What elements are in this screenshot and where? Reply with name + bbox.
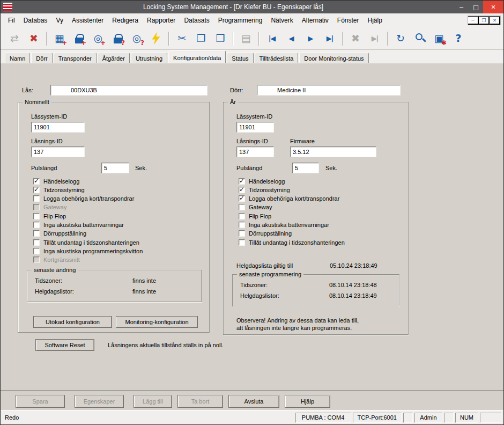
close-button[interactable]: ✕	[483, 1, 503, 13]
menu-assistenter[interactable]: Assistenter	[68, 14, 108, 26]
new-lock-button[interactable]: +	[69, 30, 88, 48]
firmware-input[interactable]	[290, 146, 376, 157]
tab-tilltradeslista[interactable]: Tillträdeslista	[255, 53, 299, 63]
menu-fonster[interactable]: Fönster	[333, 14, 364, 26]
sync-button[interactable]: ⇄	[5, 30, 24, 48]
actual-checkbox-logga-obehoriga[interactable]: Logga obehöriga kort/transpondrar	[239, 195, 345, 202]
add-button[interactable]: Lägg till	[134, 395, 172, 408]
paste-icon: ❒	[216, 33, 225, 43]
actual-checkbox-handelselogg[interactable]: Händelselogg	[239, 178, 345, 185]
actual-checkbox-inga-batterivarningar[interactable]: Inga akustiska batterivarningar	[239, 221, 345, 228]
nominal-checkbox-inga-programmeringskvitton[interactable]: Inga akustiska programmeringskvitton	[33, 247, 143, 254]
tab-door-monitoring-status[interactable]: Door Monitoring-status	[299, 53, 368, 63]
first-record-button[interactable]: |◀	[262, 30, 281, 48]
menu-redigera[interactable]: Redigera	[108, 14, 143, 26]
actual-checkbox-dorruppstallning[interactable]: Dörruppställning	[239, 230, 345, 237]
paste-button[interactable]: ❒	[211, 30, 230, 48]
nominal-checkbox-kortgranssnitt[interactable]: Kortgränssnitt	[33, 257, 143, 263]
help-button[interactable]: ?	[449, 30, 468, 48]
last-record-button[interactable]: ▶|	[320, 30, 339, 48]
last-record-icon: ▶|	[327, 35, 333, 42]
menu-datasats[interactable]: Datasats	[180, 14, 213, 26]
monitoring-config-button[interactable]: Monitoring-konfiguration	[116, 316, 198, 328]
actual-pulse-length-input[interactable]	[292, 163, 319, 173]
nominal-lock-system-id-input[interactable]	[31, 122, 85, 133]
print-button[interactable]: ▤	[236, 30, 256, 48]
properties-button[interactable]: Egenskaper	[75, 395, 124, 408]
extended-config-button[interactable]: Utökad konfiguration	[33, 316, 112, 328]
tab-konfiguration-data[interactable]: Konfiguration/data	[168, 50, 226, 63]
next-record-button[interactable]: ▶	[301, 30, 320, 48]
actual-checkbox-tidzonsstyrning[interactable]: Tidzonsstyrning	[239, 186, 345, 193]
menu-rapporter[interactable]: Rapporter	[143, 14, 180, 26]
warning-text-line1: Observera! Ändring av dessa data kan led…	[236, 317, 359, 324]
menu-vy[interactable]: Vy	[51, 14, 68, 26]
refresh-icon: ↻	[396, 33, 405, 43]
tab-atgarder[interactable]: Åtgärder	[98, 53, 130, 63]
delete-record-button[interactable]: ✖	[346, 30, 365, 48]
nominal-checkbox-logga-obehoriga[interactable]: Logga obehöriga kort/transpondrar	[33, 195, 143, 202]
lock-value-field[interactable]	[50, 85, 207, 96]
nominal-lock-id-input[interactable]	[31, 146, 85, 157]
nominal-checkbox-tillat-undantag[interactable]: Tillåt undantag i tidszonshanteringen	[33, 239, 143, 246]
mdi-close-button[interactable]: ✕	[490, 16, 500, 25]
nominal-checkbox-handelselogg[interactable]: Händelselogg	[33, 178, 143, 185]
new-locking-system-button[interactable]: ▦+	[50, 30, 69, 48]
door-value-field[interactable]	[257, 85, 401, 96]
nominal-checkbox-dorruppstallning[interactable]: Dörruppställning	[33, 230, 143, 237]
program-button[interactable]	[146, 30, 166, 48]
actual-lock-system-id-input[interactable]	[236, 122, 274, 133]
tab-status[interactable]: Status	[227, 53, 253, 63]
skip-record-button[interactable]: ▶|	[365, 30, 384, 48]
tab-dorr[interactable]: Dörr	[31, 53, 52, 63]
minimize-button[interactable]: ─	[454, 1, 469, 13]
help-bottom-button[interactable]: Hjälp	[285, 395, 330, 408]
menu-alternativ[interactable]: Alternativ	[298, 14, 333, 26]
tab-transponder[interactable]: Transponder	[54, 53, 97, 63]
read-lock-button[interactable]: ?	[108, 30, 127, 48]
tab-namn[interactable]: Namn	[5, 53, 30, 63]
nominal-checkbox-flip-flop[interactable]: Flip Flop	[33, 213, 143, 219]
actual-checkbox-tillat-undantag[interactable]: Tillåt undantag i tidszonshanteringen	[239, 239, 345, 246]
cut-button[interactable]: ✂	[172, 30, 191, 48]
mdi-minimize-button[interactable]: ─	[468, 16, 479, 25]
software-reset-button[interactable]: Software Reset	[35, 339, 94, 351]
filter-settings-button[interactable]: ▣✱	[429, 30, 449, 48]
checkbox-label: Tidzonsstyrning	[249, 187, 290, 193]
remove-button[interactable]: Ta bort	[177, 395, 223, 408]
exit-button[interactable]: Avsluta	[228, 395, 279, 408]
disconnect-button[interactable]: ✖	[24, 30, 43, 48]
title-bar: Locking System Management - [Dr Kiefer B…	[1, 1, 503, 13]
save-button[interactable]: Spara	[16, 395, 65, 408]
door-label: Dörr:	[230, 87, 243, 93]
menu-natverk[interactable]: Nätverk	[266, 14, 297, 26]
menu-programmering[interactable]: Programmering	[214, 14, 267, 26]
search-button[interactable]	[410, 30, 429, 48]
new-transponder-button[interactable]: ◎+	[88, 30, 108, 48]
checkbox-label: Tidzonsstyrning	[43, 187, 85, 193]
previous-record-button[interactable]: ◀	[281, 30, 301, 48]
nominal-checkbox-gateway[interactable]: Gateway	[33, 204, 143, 211]
tab-utrustning[interactable]: Utrustning	[131, 53, 167, 63]
maximize-button[interactable]: □	[469, 1, 483, 13]
nominal-checkbox-tidzonsstyrning[interactable]: Tidzonsstyrning	[33, 186, 143, 193]
actual-checkbox-gateway[interactable]: Gateway	[239, 204, 345, 211]
toolbar: ⇄ ✖ ▦+ + ◎+ ? ◎? ✂ ❐ ❒ ▤ |◀ ◀ ▶ ▶| ✖ ▶| …	[1, 27, 503, 50]
actual-checkbox-flip-flop[interactable]: Flip Flop	[239, 213, 345, 219]
nominal-pulse-length-input[interactable]	[101, 163, 129, 173]
gear-overlay-icon: ✱	[441, 40, 447, 46]
holiday-lists-value: 08.10.14 23:18:49	[329, 292, 377, 299]
actual-lock-id-input[interactable]	[236, 146, 274, 157]
nominal-checkbox-inga-batterivarningar[interactable]: Inga akustiska batterivarningar	[33, 221, 143, 228]
question-overlay-icon: ?	[140, 40, 144, 46]
status-text: Redo	[3, 414, 19, 421]
menu-hjalp[interactable]: Hjälp	[364, 14, 387, 26]
copy-button[interactable]: ❐	[191, 30, 211, 48]
menu-fil[interactable]: Fil	[4, 14, 19, 26]
refresh-button[interactable]: ↻	[391, 30, 410, 48]
lightning-icon	[152, 32, 160, 45]
read-transponder-button[interactable]: ◎?	[127, 30, 146, 48]
mdi-window-controls: ─ ❐ ✕	[468, 16, 501, 25]
menu-databas[interactable]: Databas	[19, 14, 52, 26]
mdi-restore-button[interactable]: ❐	[479, 16, 490, 25]
